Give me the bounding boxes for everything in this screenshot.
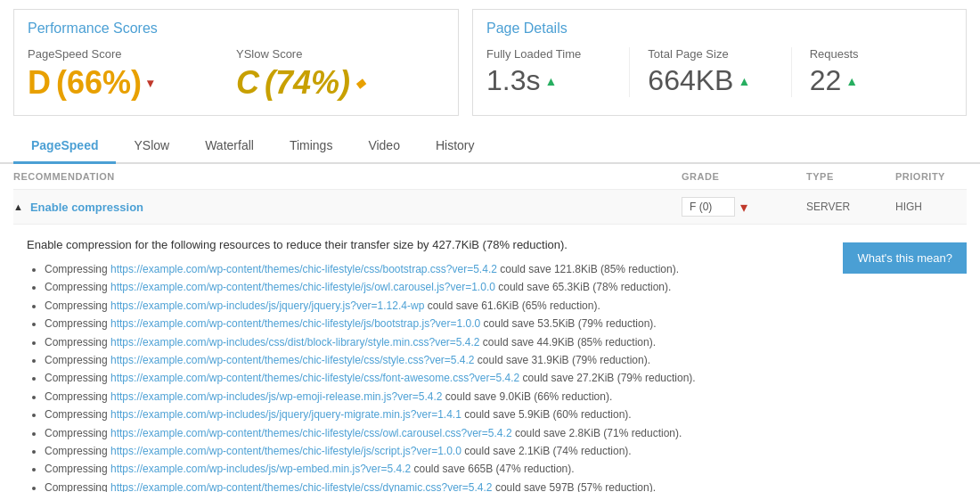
- total-size-label: Total Page Size: [648, 47, 772, 61]
- yslow-percent: (74%): [265, 64, 350, 102]
- list-item: Compressing https://example.com/wp-inclu…: [45, 388, 825, 406]
- resource-link[interactable]: https://example.com/wp-content/themes/ch…: [110, 263, 497, 275]
- list-item: Compressing https://example.com/wp-conte…: [45, 278, 825, 296]
- performance-scores-panel: Performance Scores PageSpeed Score D (66…: [13, 9, 459, 116]
- resource-link[interactable]: https://example.com/wp-includes/js/wp-em…: [110, 463, 411, 475]
- list-item: Compressing https://example.com/wp-inclu…: [45, 406, 825, 423]
- whats-this-button[interactable]: What's this mean?: [843, 242, 967, 274]
- pagespeed-score-value: D (66%) ▾: [28, 64, 218, 102]
- type-cell: SERVER: [806, 201, 895, 213]
- resource-link[interactable]: https://example.com/wp-content/themes/ch…: [110, 354, 475, 366]
- fully-loaded-label: Fully Loaded Time: [486, 47, 611, 61]
- yslow-score-label: YSlow Score: [236, 47, 427, 61]
- grade-cell: F (0) ▾: [682, 197, 806, 217]
- tab-pagespeed[interactable]: PageSpeed: [13, 129, 116, 164]
- total-size-value: 664KB ▲: [648, 64, 772, 97]
- header-recommendation: RECOMMENDATION: [13, 171, 682, 182]
- total-size-number: 664KB: [648, 64, 733, 97]
- resource-link[interactable]: https://example.com/wp-content/themes/ch…: [110, 445, 461, 457]
- recommendation-row: ▲ Enable compression F (0) ▾ SERVER HIGH: [13, 190, 967, 225]
- list-item: Compressing https://example.com/wp-conte…: [45, 424, 825, 442]
- list-item: Compressing https://example.com/wp-inclu…: [45, 460, 825, 478]
- list-item: Compressing https://example.com/wp-conte…: [45, 369, 825, 387]
- yslow-letter: C: [236, 64, 259, 102]
- content-section: RECOMMENDATION GRADE TYPE PRIORITY ▲ Ena…: [0, 164, 980, 492]
- rec-title-text: Enable compression: [30, 201, 143, 214]
- pagespeed-score-item: PageSpeed Score D (66%) ▾: [28, 47, 236, 102]
- tab-history[interactable]: History: [418, 129, 493, 164]
- grade-arrow: ▾: [740, 199, 747, 216]
- resource-link[interactable]: https://example.com/wp-includes/js/jquer…: [110, 299, 424, 312]
- list-item: Compressing https://example.com/wp-conte…: [45, 479, 825, 492]
- tab-waterfall[interactable]: Waterfall: [187, 129, 272, 164]
- header-grade: GRADE: [682, 171, 806, 182]
- list-item: Compressing https://example.com/wp-conte…: [45, 260, 825, 278]
- grade-value: F (0): [682, 197, 735, 217]
- resource-link[interactable]: https://example.com/wp-includes/js/wp-em…: [110, 390, 443, 403]
- pagespeed-arrow[interactable]: ▾: [147, 76, 153, 90]
- resource-link[interactable]: https://example.com/wp-content/themes/ch…: [110, 317, 480, 330]
- detail-text-section: Enable compression for the following res…: [27, 238, 825, 492]
- list-item: Compressing https://example.com/wp-conte…: [45, 442, 825, 460]
- fully-loaded-arrow: ▲: [544, 74, 557, 88]
- list-item: Compressing https://example.com/wp-conte…: [45, 351, 825, 369]
- table-header: RECOMMENDATION GRADE TYPE PRIORITY: [13, 164, 967, 190]
- list-item: Compressing https://example.com/wp-inclu…: [45, 297, 825, 315]
- header-type: TYPE: [806, 171, 895, 182]
- requests-item: Requests 22 ▲: [810, 47, 952, 97]
- resource-link[interactable]: https://example.com/wp-includes/css/dist…: [110, 336, 480, 348]
- yslow-score-item: YSlow Score C (74%) ◆: [236, 47, 445, 102]
- yslow-score-value: C (74%) ◆: [236, 64, 427, 102]
- rec-title[interactable]: ▲ Enable compression: [13, 201, 682, 214]
- requests-value: 22 ▲: [810, 64, 935, 97]
- requests-label: Requests: [810, 47, 935, 61]
- pagespeed-score-label: PageSpeed Score: [28, 47, 218, 61]
- list-item: Compressing https://example.com/wp-conte…: [45, 315, 825, 332]
- resource-link[interactable]: https://example.com/wp-content/themes/ch…: [110, 281, 495, 293]
- performance-scores-title: Performance Scores: [28, 20, 445, 37]
- detail-content: Enable compression for the following res…: [13, 225, 967, 492]
- tabs-nav: PageSpeed YSlow Waterfall Timings Video …: [0, 129, 980, 164]
- list-item: Compressing https://example.com/wp-inclu…: [45, 333, 825, 351]
- requests-number: 22: [810, 64, 842, 97]
- total-size-arrow: ▲: [738, 74, 750, 88]
- resource-link[interactable]: https://example.com/wp-includes/js/jquer…: [110, 408, 461, 421]
- fully-loaded-item: Fully Loaded Time 1.3s ▲: [486, 47, 630, 97]
- pagespeed-percent: (66%): [56, 64, 142, 102]
- total-size-item: Total Page Size 664KB ▲: [648, 47, 791, 97]
- whats-this-section: What's this mean?: [843, 238, 967, 492]
- fully-loaded-number: 1.3s: [486, 64, 540, 97]
- resource-link[interactable]: https://example.com/wp-content/themes/ch…: [110, 481, 493, 492]
- tab-timings[interactable]: Timings: [272, 129, 351, 164]
- resource-list: Compressing https://example.com/wp-conte…: [27, 260, 825, 492]
- yslow-arrow[interactable]: ◆: [355, 76, 365, 90]
- resource-link[interactable]: https://example.com/wp-content/themes/ch…: [110, 372, 519, 384]
- caret-icon: ▲: [13, 201, 23, 212]
- resource-link[interactable]: https://example.com/wp-content/themes/ch…: [110, 427, 512, 439]
- tab-video[interactable]: Video: [350, 129, 418, 164]
- priority-cell: HIGH: [895, 201, 967, 213]
- tab-yslow[interactable]: YSlow: [116, 129, 187, 164]
- intro-text: Enable compression for the following res…: [27, 238, 825, 251]
- fully-loaded-value: 1.3s ▲: [486, 64, 611, 97]
- page-details-title: Page Details: [486, 20, 952, 37]
- pagespeed-letter: D: [28, 64, 51, 102]
- requests-arrow: ▲: [845, 74, 858, 88]
- header-priority: PRIORITY: [895, 171, 967, 182]
- page-details-panel: Page Details Fully Loaded Time 1.3s ▲ To…: [472, 9, 967, 116]
